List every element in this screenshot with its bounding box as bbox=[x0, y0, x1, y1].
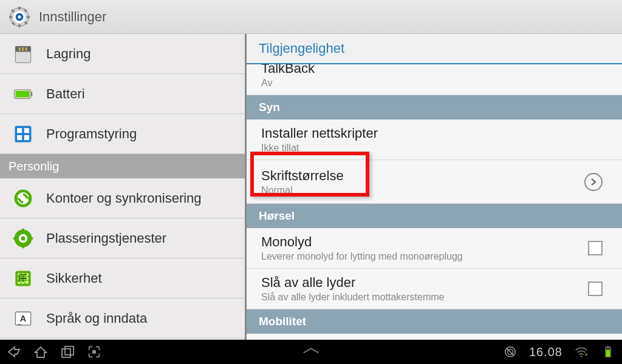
svg-rect-15 bbox=[22, 47, 24, 50]
svg-rect-21 bbox=[17, 128, 22, 133]
sidebar-item-label: Batteri bbox=[46, 86, 85, 102]
svg-point-31 bbox=[21, 236, 25, 240]
svg-rect-24 bbox=[24, 135, 29, 140]
sidebar-item-label: Kontoer og synkronisering bbox=[46, 190, 202, 206]
row-title: Installer nettskripter bbox=[261, 126, 607, 141]
location-icon bbox=[11, 226, 35, 251]
sidebar-item-location[interactable]: Plasseringstjenester bbox=[0, 218, 245, 258]
section-hearing: Hørsel bbox=[247, 204, 622, 228]
sidebar-section-personal: Personlig bbox=[0, 154, 245, 178]
section-vision: Syn bbox=[247, 95, 622, 120]
wifi-icon bbox=[573, 344, 589, 360]
sidebar-item-label: Sikkerhet bbox=[46, 271, 102, 286]
row-title: Skriftstørrelse bbox=[261, 168, 584, 184]
app-title: Innstillinger bbox=[39, 9, 106, 25]
svg-point-54 bbox=[581, 356, 583, 357]
settings-sidebar: Lagring Batteri Programstyring Personlig… bbox=[0, 34, 247, 340]
row-webscripts[interactable]: Installer nettskripter Ikke tillat bbox=[247, 120, 622, 160]
row-fontsize[interactable]: Skriftstørrelse Normal bbox=[247, 160, 622, 204]
svg-rect-58 bbox=[606, 350, 610, 357]
svg-rect-3 bbox=[9, 16, 12, 18]
sidebar-item-accounts[interactable]: Kontoer og synkronisering bbox=[0, 178, 245, 218]
back-icon[interactable] bbox=[6, 344, 22, 360]
sync-icon bbox=[11, 186, 35, 211]
battery-status-icon bbox=[600, 344, 616, 360]
sidebar-item-label: Programstyring bbox=[46, 126, 137, 142]
svg-rect-48 bbox=[18, 324, 21, 326]
section-mobility: Mobilitet bbox=[247, 309, 622, 334]
sidebar-item-security[interactable]: Sikkerhet bbox=[0, 258, 245, 298]
settings-gear-icon bbox=[9, 6, 30, 28]
svg-rect-4 bbox=[27, 16, 30, 18]
row-title: Slå av alle lyder bbox=[261, 275, 588, 291]
svg-rect-51 bbox=[92, 350, 96, 354]
row-title: Monolyd bbox=[261, 234, 588, 250]
app-header: Innstillinger bbox=[0, 0, 622, 34]
sidebar-item-label: Lagring bbox=[46, 46, 91, 62]
system-navbar: 16.08 bbox=[0, 340, 622, 364]
no-sync-icon bbox=[502, 344, 518, 360]
svg-rect-35 bbox=[30, 237, 33, 240]
svg-rect-49 bbox=[62, 349, 70, 357]
content-pane: Tilgjengelighet TalkBack Av Syn Installe… bbox=[247, 34, 622, 340]
content-title: Tilgjengelighet bbox=[247, 34, 622, 64]
svg-text:A: A bbox=[20, 314, 27, 323]
svg-rect-23 bbox=[17, 135, 22, 140]
sidebar-item-label: Språk og inndata bbox=[46, 311, 147, 326]
svg-rect-57 bbox=[607, 346, 609, 348]
svg-rect-32 bbox=[22, 228, 24, 231]
svg-point-45 bbox=[26, 280, 29, 283]
content-scroll[interactable]: TalkBack Av Syn Installer nettskripter I… bbox=[247, 64, 622, 340]
screenshot-icon[interactable] bbox=[86, 344, 102, 360]
row-subtitle: Leverer monolyd for lytting med monoørep… bbox=[261, 251, 588, 262]
sidebar-item-apps[interactable]: Programstyring bbox=[0, 114, 245, 154]
svg-rect-50 bbox=[65, 346, 73, 355]
row-title: TalkBack bbox=[261, 64, 607, 76]
row-subtitle: Normal bbox=[261, 185, 584, 196]
svg-rect-16 bbox=[26, 47, 27, 50]
sidebar-item-label: Plasseringstjenester bbox=[46, 231, 166, 246]
row-subtitle: Slå av alle lyder inkludert mottakerstem… bbox=[261, 292, 588, 303]
row-mono[interactable]: Monolyd Leverer monolyd for lytting med … bbox=[247, 228, 622, 269]
svg-rect-19 bbox=[15, 90, 29, 97]
language-icon: A bbox=[11, 306, 35, 331]
checkbox[interactable] bbox=[588, 281, 603, 296]
security-icon bbox=[11, 266, 35, 291]
svg-point-11 bbox=[18, 15, 21, 18]
apps-icon bbox=[11, 122, 35, 146]
svg-rect-2 bbox=[18, 24, 21, 27]
sidebar-item-storage[interactable]: Lagring bbox=[0, 34, 245, 74]
expand-panel-icon[interactable] bbox=[299, 346, 323, 357]
row-talkback[interactable]: TalkBack Av bbox=[247, 64, 622, 95]
recent-apps-icon[interactable] bbox=[60, 344, 75, 360]
svg-marker-55 bbox=[586, 353, 587, 357]
sidebar-item-battery[interactable]: Batteri bbox=[0, 74, 245, 114]
home-icon[interactable] bbox=[33, 344, 49, 360]
chevron-right-icon[interactable] bbox=[584, 173, 603, 191]
battery-icon bbox=[11, 82, 35, 106]
row-mute-all[interactable]: Slå av alle lyder Slå av alle lyder inkl… bbox=[247, 269, 622, 309]
svg-rect-33 bbox=[22, 244, 24, 248]
svg-rect-1 bbox=[18, 6, 21, 9]
svg-rect-18 bbox=[31, 92, 33, 96]
svg-rect-22 bbox=[24, 128, 29, 133]
storage-icon bbox=[11, 42, 35, 66]
row-subtitle: Ikke tillat bbox=[261, 143, 607, 153]
main-container: Lagring Batteri Programstyring Personlig… bbox=[0, 34, 622, 340]
status-clock[interactable]: 16.08 bbox=[529, 345, 562, 359]
checkbox[interactable] bbox=[588, 241, 603, 255]
svg-rect-34 bbox=[13, 237, 16, 240]
row-subtitle: Av bbox=[261, 78, 607, 89]
svg-rect-14 bbox=[19, 47, 21, 50]
sidebar-item-language[interactable]: A Språk og inndata bbox=[0, 298, 245, 339]
